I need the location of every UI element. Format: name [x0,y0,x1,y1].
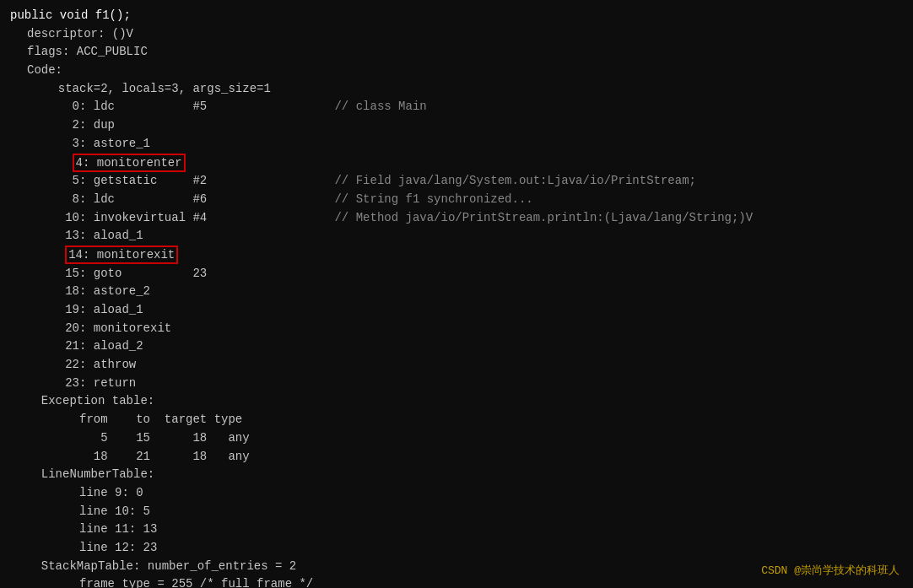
code-line: 21: aload_2 [10,337,903,356]
code-line: 20: monitorexit [10,320,903,338]
code-line: 5 15 18 any [10,429,903,448]
code-line: line 12: 23 [10,539,903,558]
code-line: 3: astore_1 [10,135,903,154]
code-line: stack=2, locals=3, args_size=1 [10,80,903,99]
code-line: Exception table: [10,392,903,411]
code-line: flags: ACC_PUBLIC [10,43,903,62]
code-line: 0: ldc #5 // class Main [10,98,903,116]
code-line: 10: invokevirtual #4 // Method java/io/P… [10,209,903,228]
code-container: public void f1(); descriptor: ()V flags:… [0,0,913,588]
code-line: line 10: 5 [10,503,903,521]
code-line: descriptor: ()V [10,25,903,44]
code-line: public void f1(); [10,7,903,25]
code-line: 22: athrow [10,356,903,375]
monitorexit-line: 14: monitorexit [10,245,903,265]
code-line: Code: [10,62,903,80]
type-label: type [214,413,243,426]
code-line: 5: getstatic #2 // Field java/lang/Syste… [10,172,903,191]
code-line: 23: return [10,375,903,393]
code-line: 15: goto 23 [10,265,903,283]
monitorexit-box: 14: monitorexit [65,245,178,264]
code-line: 19: aload_1 [10,301,903,320]
monitorenter-line: 4: monitorenter [10,154,903,173]
code-line: line 11: 13 [10,521,903,539]
monitorenter-box: 4: monitorenter [73,154,186,172]
code-line: 8: ldc #6 // String f1 synchronized... [10,191,903,209]
code-line: 18 21 18 any [10,448,903,467]
watermark: CSDN @崇尚学技术的科班人 [761,563,899,578]
code-line: line 9: 0 [10,484,903,503]
code-line: 13: aload_1 [10,227,903,245]
code-line: from to target type [10,411,903,429]
code-line: 18: astore_2 [10,283,903,301]
code-line: 2: dup [10,116,903,135]
code-line: LineNumberTable: [10,466,903,484]
